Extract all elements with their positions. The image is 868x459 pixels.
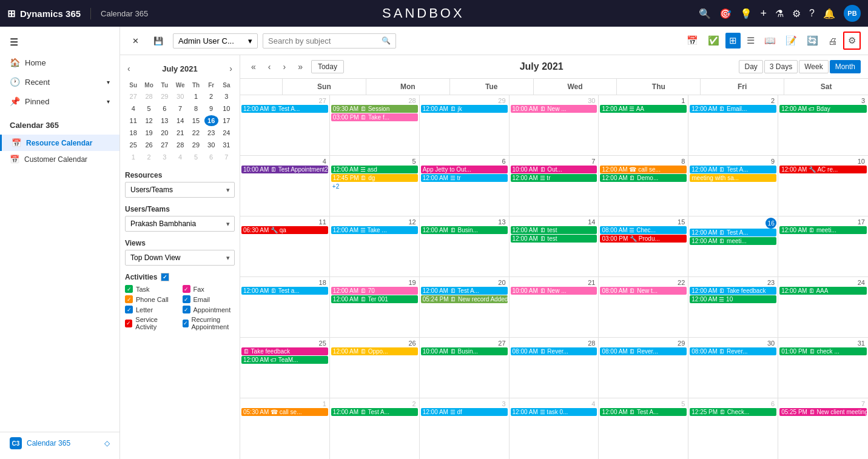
activities-checkbox[interactable]: ✓ [161, 273, 169, 281]
cal-event[interactable]: 12:00 AM 🗓 meeti... [779, 226, 867, 234]
cal-day-cell[interactable]: 1812:00 AM 🗓 Test a... [240, 277, 330, 337]
mini-cal-day[interactable]: 27 [158, 139, 172, 150]
search-input[interactable] [268, 36, 379, 45]
close-button[interactable]: ✕ [127, 34, 144, 48]
cal-day-cell[interactable]: 312:00 AM ☰ df [420, 398, 510, 459]
mini-cal-day[interactable]: 21 [173, 127, 187, 138]
mini-cal-day[interactable]: 23 [204, 127, 218, 138]
sidebar-item-customer-calendar[interactable]: 📅 Customer Calendar [0, 151, 119, 167]
cal-event[interactable]: 12:00 AM 🗓 AAA [779, 287, 867, 295]
mini-cal-day[interactable]: 29 [189, 139, 203, 150]
user-avatar[interactable]: PB [844, 5, 861, 22]
mini-cal-day[interactable]: 30 [173, 91, 187, 102]
print-icon[interactable]: 🖨 [824, 33, 841, 49]
mini-cal-day[interactable]: 9 [204, 103, 218, 114]
sidebar-item-resource-calendar[interactable]: 📅 Resource Calendar [0, 135, 119, 151]
cal-event[interactable]: 10:00 AM 🗓 Out... [511, 166, 597, 173]
cal-event[interactable]: 10:00 AM 🗓 Busin... [421, 347, 508, 355]
resources-select-wrapper[interactable]: Users/Teams [125, 182, 235, 198]
cal-day-cell[interactable]: 3008:00 AM 🗓 Rever... [688, 338, 778, 398]
cal-event[interactable]: 🗓 Take feedback [241, 347, 328, 355]
cal-day-cell[interactable]: 6App Jetty to Out...12:00 AM ☰ tr [420, 156, 510, 216]
cal-event[interactable]: 09:30 AM 🗓 Session [331, 105, 418, 113]
cal-day-cell[interactable]: 412:00 AM ☰ task 0... [510, 398, 599, 459]
cal-day-cell[interactable]: 1712:00 AM 🗓 meeti... [778, 216, 868, 276]
mini-cal-day[interactable]: 2 [141, 152, 156, 162]
cal-event[interactable]: 12:00 AM ☰ task 0... [511, 408, 597, 416]
cal-day-cell[interactable]: 2908:00 AM 🗓 Rever... [599, 338, 688, 398]
cal-event[interactable]: 12:00 AM 🗓 Email... [690, 105, 776, 113]
refresh-icon[interactable]: 🔄 [803, 33, 822, 49]
bulb-icon[interactable]: 💡 [740, 8, 752, 19]
cal-event[interactable]: 08:00 AM 🗓 Rever... [600, 347, 687, 355]
cal-event[interactable]: 12:00 AM 🗓 test [511, 226, 597, 234]
today-button[interactable]: Today [311, 60, 344, 73]
appointment-checkbox[interactable]: ✓ [183, 306, 190, 313]
cal-day-cell[interactable]: 1612:00 AM 🗓 Test A...12:00 AM 🗓 meeti..… [688, 216, 778, 276]
month-view-btn[interactable]: Month [830, 60, 861, 73]
cal-day-cell[interactable]: 710:00 AM 🗓 Out...12:00 AM ☰ tr [510, 156, 599, 216]
hamburger-icon[interactable]: ☰ [0, 32, 119, 53]
cal-event[interactable]: 10:00 AM 🗓 New ... [511, 105, 597, 113]
cal-event[interactable]: 08:00 AM 🗓 New t... [600, 287, 687, 295]
sidebar-item-recent[interactable]: 🕐 Recent ▾ [0, 72, 119, 92]
sidebar-item-pinned[interactable]: 📌 Pinned ▾ [0, 92, 119, 111]
week-view-btn[interactable]: Week [799, 60, 828, 73]
cal-event[interactable]: 12:00 AM 🗓 jk [421, 105, 508, 113]
cal-event[interactable]: 12:00 AM 🗓 meeti... [690, 237, 776, 245]
cal-day-cell[interactable]: 2208:00 AM 🗓 New t... [599, 277, 688, 337]
cal-day-cell[interactable]: 1508:00 AM ☰ Chec...03:00 PM 🔧 Produ... [599, 216, 688, 276]
cal-day-cell[interactable]: 2808:00 AM 🗓 Rever... [510, 338, 599, 398]
cal-event[interactable]: 08:00 AM 🗓 Rever... [690, 347, 776, 355]
cal-event[interactable]: 12:00 AM ☰ AA [600, 105, 687, 113]
cal-day-cell[interactable]: 410:00 AM 🗓 Test Appointment2 [240, 156, 330, 216]
cal-event[interactable]: 12:00 AM 🗓 Busin... [421, 226, 508, 234]
cal-event[interactable]: 12:00 AM ☰ tr [511, 174, 597, 182]
save-button[interactable]: 💾 [149, 34, 168, 48]
fax-checkbox[interactable]: ✓ [183, 285, 190, 293]
mini-cal-day[interactable]: 18 [126, 127, 140, 138]
mini-cal-day[interactable]: 2 [204, 91, 218, 102]
cal-event[interactable]: 12:00 AM 🗓 Ter 001 [331, 295, 418, 303]
day-view-btn[interactable]: Day [739, 60, 762, 73]
admin-user-dropdown[interactable]: Admin User C... ▾ [173, 33, 258, 49]
cal-day-cell[interactable]: 812:00 AM ☎ call se...12:00 AM 🗓 Demo... [599, 156, 688, 216]
cal-day-cell[interactable]: 2712:00 AM 🗓 Test A... [240, 95, 330, 155]
help-icon[interactable]: ? [809, 8, 815, 19]
search-icon[interactable]: 🔍 [699, 8, 711, 19]
search-bar[interactable]: 🔍 [263, 33, 396, 49]
mini-cal-day[interactable]: 15 [189, 115, 203, 126]
cal-event[interactable]: 08:00 AM ☰ Chec... [600, 226, 687, 234]
cal-event[interactable]: 12:00 AM 🏷 Bday [779, 105, 867, 113]
cal-event[interactable]: 12:00 AM ☰ 10 [690, 295, 776, 303]
mini-cal-day[interactable]: 3 [220, 91, 234, 102]
cal-event[interactable]: 12:00 AM 🗓 Take feedback [690, 287, 776, 295]
cal-event[interactable]: 08:00 AM 🗓 Rever... [511, 347, 597, 355]
mini-cal-day[interactable]: 26 [141, 139, 156, 150]
cal-event[interactable]: App Jetty to Out... [421, 166, 508, 173]
cal-event[interactable]: 12:00 AM ☰ df [421, 408, 508, 416]
cal-day-cell[interactable]: 312:00 AM 🏷 Bday [778, 95, 868, 155]
user-select[interactable]: Prakash Bambhania [125, 216, 235, 232]
cal-event[interactable]: 12:00 AM 🗓 Test A... [331, 408, 418, 416]
mini-cal-day[interactable]: 12 [141, 115, 156, 126]
cal-day-cell[interactable]: 3010:00 AM 🗓 New ... [510, 95, 599, 155]
cal-event[interactable]: 05:25 PM 🗓 New client meeting [779, 408, 867, 416]
cal-event[interactable]: 10:00 AM 🗓 Test Appointment2 [241, 166, 328, 173]
cal-event[interactable]: 12:00 AM 🗓 Test A... [421, 287, 508, 295]
email-checkbox[interactable]: ✓ [183, 295, 190, 303]
cal-event[interactable]: 12:25 PM 🗓 Check... [690, 408, 776, 416]
mini-cal-day[interactable]: 27 [126, 91, 140, 102]
task-checkbox[interactable]: ✓ [125, 285, 133, 293]
cal-day-cell[interactable]: 512:00 AM ☰ asd12:45 PM 🗓 dg+2 [330, 156, 420, 216]
three-days-view-btn[interactable]: 3 Days [764, 60, 798, 73]
cal-day-cell[interactable]: 1106:30 AM 🔧 qa [240, 216, 330, 276]
cal-event[interactable]: 12:00 AM 🗓 Test A... [690, 229, 776, 236]
cal-day-cell[interactable]: 112:00 AM ☰ AA [599, 95, 688, 155]
mini-cal-day[interactable]: 1 [189, 91, 203, 102]
cal-event[interactable]: 12:00 AM 🗓 Demo... [600, 174, 687, 182]
mini-cal-day[interactable]: 25 [126, 139, 140, 150]
cal-day-cell[interactable]: 25🗓 Take feedback12:00 AM 🏷 TeaM... [240, 338, 330, 398]
mini-cal-day[interactable]: 4 [173, 152, 187, 162]
cal-first-btn[interactable]: « [247, 60, 260, 73]
